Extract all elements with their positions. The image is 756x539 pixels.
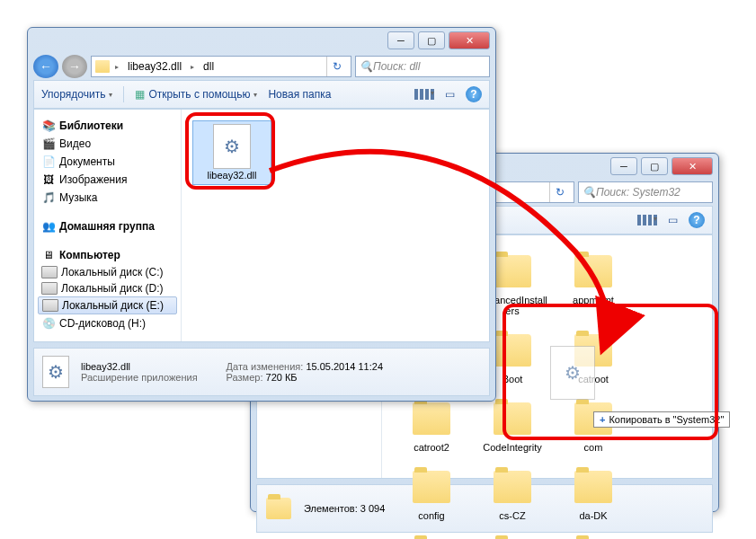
nav-images[interactable]: 🖼Изображения: [38, 171, 177, 189]
newfolder-button[interactable]: Новая папка: [268, 88, 331, 101]
folder-item[interactable]: config: [393, 462, 470, 525]
music-icon: 🎵: [41, 190, 56, 205]
address-field[interactable]: ▸ libeay32.dll ▸ dll ↻: [91, 56, 351, 77]
nav-drive-c[interactable]: Локальный диск (C:): [38, 264, 177, 280]
folder-label: Boot: [503, 374, 523, 384]
folder-icon: [494, 334, 531, 367]
chevron-right-icon: ▸: [191, 63, 194, 71]
nav-video[interactable]: 🎬Видео: [38, 135, 177, 153]
cd-icon: 💿: [41, 316, 56, 331]
maximize-button[interactable]: ▢: [641, 157, 668, 175]
preview-pane-button[interactable]: ▭: [668, 214, 678, 226]
folder-item[interactable]: appmgmt: [555, 246, 632, 320]
openwith-button[interactable]: ▦ Открыть с помощью ▾: [135, 88, 257, 101]
breadcrumb-item[interactable]: dll: [200, 60, 218, 73]
refresh-button[interactable]: ↻: [326, 57, 347, 76]
close-button[interactable]: ✕: [449, 31, 490, 49]
count-label: Элементов:: [304, 503, 358, 514]
folder-label: catroot2: [414, 442, 449, 453]
forward-button[interactable]: →: [62, 55, 87, 78]
explorer-window-dll[interactable]: ─ ▢ ✕ ← → ▸ libeay32.dll ▸ dll ↻ 🔍 Поиск…: [27, 27, 496, 402]
document-icon: 📄: [41, 155, 56, 169]
search-input[interactable]: 🔍 Поиск: dll: [355, 56, 490, 77]
content-area: 📚Библиотеки 🎬Видео 📄Документы 🖼Изображен…: [33, 109, 490, 342]
drive-icon: [41, 282, 58, 295]
file-list[interactable]: libeay32.dll: [182, 110, 489, 341]
titlebar: ─ ▢ ✕: [28, 28, 495, 53]
file-libeay32-dll[interactable]: libeay32.dll: [192, 120, 271, 185]
search-placeholder: Поиск: dll: [373, 60, 420, 73]
refresh-button[interactable]: ↻: [549, 182, 570, 202]
folder-icon: [494, 402, 531, 435]
navigation-pane: 📚Библиотеки 🎬Видео 📄Документы 🖼Изображен…: [34, 110, 182, 341]
folder-label: appmgmt: [573, 295, 614, 305]
search-placeholder: Поиск: System32: [596, 186, 680, 199]
preview-pane-button[interactable]: ▭: [445, 88, 455, 101]
folder-item[interactable]: da-DK: [555, 462, 632, 525]
nav-drive-d[interactable]: Локальный диск (D:): [38, 280, 177, 296]
folder-icon: [494, 471, 531, 503]
help-button[interactable]: ?: [466, 86, 482, 102]
folder-icon: [413, 402, 450, 435]
folder-item[interactable]: Dism: [474, 530, 551, 539]
maximize-button[interactable]: ▢: [418, 31, 445, 49]
folder-item[interactable]: catroot2: [393, 393, 470, 456]
address-bar: ← → ▸ libeay32.dll ▸ dll ↻ 🔍 Поиск: dll: [33, 53, 490, 80]
drag-tooltip-text: Копировать в "System32": [609, 414, 724, 425]
folder-label: da-DK: [579, 510, 607, 521]
minimize-button[interactable]: ─: [610, 157, 637, 175]
folder-item[interactable]: drivers: [555, 530, 632, 539]
search-icon: 🔍: [360, 60, 373, 73]
folder-item[interactable]: de-DE: [393, 530, 470, 539]
drag-tooltip: + Копировать в "System32": [593, 411, 730, 428]
nav-cd-drive[interactable]: 💿CD-дисковод (H:): [38, 314, 177, 332]
library-icon: 📚: [41, 119, 56, 133]
dll-icon: [41, 358, 70, 386]
nav-documents[interactable]: 📄Документы: [38, 153, 177, 171]
folder-icon: [95, 60, 110, 73]
folder-icon: [574, 255, 612, 287]
statusbar: libeay32.dll Расширение приложения Дата …: [33, 348, 490, 396]
search-icon: 🔍: [583, 186, 596, 199]
homegroup-icon: 👥: [41, 219, 56, 234]
count-value: 3 094: [360, 503, 386, 514]
breadcrumb-item[interactable]: libeay32.dll: [124, 60, 185, 73]
folder-label: config: [418, 510, 444, 521]
drag-ghost: [550, 346, 595, 400]
folder-icon: [413, 471, 450, 503]
close-button[interactable]: ✕: [672, 157, 713, 175]
video-icon: 🎬: [41, 137, 56, 151]
organize-button[interactable]: Упорядочить ▾: [41, 88, 112, 101]
view-button[interactable]: ▾: [637, 215, 657, 225]
status-filetype: Расширение приложения: [81, 372, 198, 383]
folder-label: com: [584, 442, 603, 453]
folder-item[interactable]: cs-CZ: [474, 462, 551, 525]
nav-drive-e[interactable]: Локальный диск (Е:): [38, 296, 177, 314]
nav-music[interactable]: 🎵Музыка: [38, 189, 177, 207]
nav-computer[interactable]: 🖥Компьютер: [38, 246, 177, 264]
plus-icon: +: [600, 414, 605, 425]
view-button[interactable]: ▾: [414, 89, 434, 100]
chevron-down-icon: ▾: [253, 91, 257, 99]
toolbar: Упорядочить ▾ ▦ Открыть с помощью ▾ Нова…: [33, 80, 490, 109]
folder-icon: [264, 494, 293, 523]
back-button[interactable]: ←: [33, 55, 58, 78]
chevron-down-icon: ▾: [109, 91, 112, 99]
image-icon: 🖼: [41, 172, 56, 187]
nav-homegroup[interactable]: 👥Домашняя группа: [38, 217, 177, 235]
folder-item[interactable]: CodeIntegrity: [474, 393, 551, 456]
folder-icon: [494, 255, 531, 287]
minimize-button[interactable]: ─: [387, 31, 414, 49]
folder-label: CodeIntegrity: [483, 442, 541, 453]
file-label: libeay32.dll: [207, 170, 256, 181]
status-filename: libeay32.dll: [81, 361, 198, 372]
search-input[interactable]: 🔍 Поиск: System32: [578, 181, 713, 203]
folder-icon: [574, 471, 612, 503]
computer-icon: 🖥: [41, 248, 56, 262]
status-date: 15.05.2014 11:24: [306, 361, 383, 372]
help-button[interactable]: ?: [689, 212, 705, 228]
folder-label: cs-CZ: [499, 510, 525, 521]
nav-libraries[interactable]: 📚Библиотеки: [38, 117, 177, 135]
status-size: 720 КБ: [266, 372, 298, 383]
drive-icon: [42, 299, 58, 312]
